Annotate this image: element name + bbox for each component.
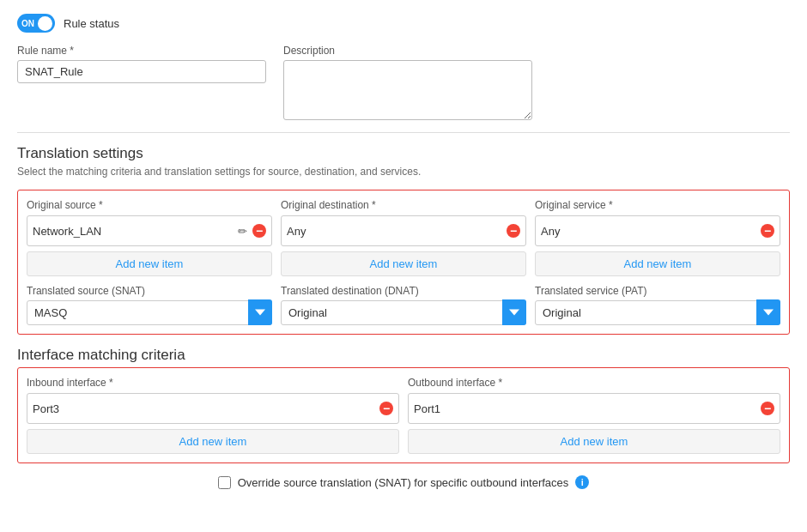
inbound-label: Inbound interface * — [27, 377, 399, 389]
divider-1 — [17, 132, 790, 133]
original-criteria-row: Original source * Network_LAN ✏ − Add ne… — [27, 199, 780, 276]
translated-destination-wrapper: Translated destination (DNAT) OriginalCu… — [281, 285, 526, 325]
original-service-add-btn[interactable]: Add new item — [535, 251, 780, 276]
original-service-remove-btn[interactable]: − — [761, 224, 774, 238]
original-source-remove-btn[interactable]: − — [252, 224, 266, 238]
rule-name-input[interactable] — [17, 60, 266, 83]
translated-destination-label: Translated destination (DNAT) — [281, 285, 526, 297]
original-service-tag: Any — [541, 225, 755, 238]
translated-service-label: Translated service (PAT) — [535, 285, 780, 297]
outbound-remove-btn[interactable]: − — [761, 402, 774, 415]
original-source-edit-icon[interactable]: ✏ — [238, 225, 247, 238]
translation-settings-title: Translation settings — [17, 145, 790, 162]
form-row: Rule name * Description — [17, 45, 790, 120]
interface-box: Inbound interface * Port3 − Add new item… — [17, 367, 790, 463]
original-destination-add-btn[interactable]: Add new item — [281, 251, 526, 276]
translated-source-select[interactable]: MASQOriginalCustom — [27, 300, 272, 325]
original-source-add-btn[interactable]: Add new item — [27, 251, 272, 276]
translated-destination-select-container: OriginalCustom — [281, 300, 526, 325]
inbound-tag: Port3 — [33, 402, 374, 415]
rule-status-label: Rule status — [64, 17, 119, 30]
outbound-tag-box: Port1 − — [408, 393, 780, 424]
original-destination-remove-btn[interactable]: − — [507, 224, 520, 238]
original-destination-label: Original destination * — [281, 199, 526, 211]
original-destination-col: Original destination * Any − Add new ite… — [281, 199, 526, 276]
rule-status-toggle[interactable]: ON — [17, 14, 55, 33]
original-destination-tag-box: Any − — [281, 215, 526, 246]
translation-settings-box: Original source * Network_LAN ✏ − Add ne… — [17, 190, 790, 335]
translation-settings-desc: Select the matching criteria and transla… — [17, 166, 790, 178]
original-source-tag-box: Network_LAN ✏ − — [27, 215, 272, 246]
interface-cols: Inbound interface * Port3 − Add new item… — [27, 377, 780, 454]
outbound-tag: Port1 — [414, 402, 755, 415]
description-label: Description — [283, 45, 532, 57]
original-service-tag-box: Any − — [535, 215, 780, 246]
translated-service-select[interactable]: OriginalCustom — [535, 300, 780, 325]
inbound-add-btn[interactable]: Add new item — [27, 429, 399, 454]
translated-source-label: Translated source (SNAT) — [27, 285, 272, 297]
translated-service-wrapper: Translated service (PAT) OriginalCustom — [535, 285, 780, 325]
translated-source-wrapper: Translated source (SNAT) MASQOriginalCus… — [27, 285, 272, 325]
original-destination-tag: Any — [287, 225, 501, 238]
override-label[interactable]: Override source translation (SNAT) for s… — [238, 476, 569, 489]
translated-destination-select[interactable]: OriginalCustom — [281, 300, 526, 325]
toggle-knob — [38, 16, 52, 31]
description-group: Description — [283, 45, 532, 120]
info-icon[interactable]: i — [575, 475, 589, 489]
original-service-label: Original service * — [535, 199, 780, 211]
translated-source-select-container: MASQOriginalCustom — [27, 300, 272, 325]
rule-name-group: Rule name * — [17, 45, 266, 120]
original-service-col: Original service * Any − Add new item — [535, 199, 780, 276]
inbound-remove-btn[interactable]: − — [379, 402, 393, 415]
translated-selects-row: Translated source (SNAT) MASQOriginalCus… — [27, 285, 780, 325]
translation-settings-section: Translation settings Select the matching… — [17, 145, 790, 335]
inbound-tag-box: Port3 − — [27, 393, 399, 424]
interface-section: Interface matching criteria Inbound inte… — [17, 347, 790, 489]
outbound-add-btn[interactable]: Add new item — [408, 429, 780, 454]
override-checkbox[interactable] — [218, 476, 231, 489]
interface-title: Interface matching criteria — [17, 347, 790, 364]
rule-status-row: ON Rule status — [17, 14, 790, 33]
inbound-col: Inbound interface * Port3 − Add new item — [27, 377, 399, 454]
outbound-label: Outbound interface * — [408, 377, 780, 389]
description-input[interactable] — [283, 60, 532, 120]
toggle-on-label: ON — [21, 19, 34, 28]
original-source-tag: Network_LAN — [33, 225, 233, 238]
original-source-col: Original source * Network_LAN ✏ − Add ne… — [27, 199, 272, 276]
override-row: Override source translation (SNAT) for s… — [17, 475, 790, 489]
rule-name-label: Rule name * — [17, 45, 266, 57]
translated-service-select-container: OriginalCustom — [535, 300, 780, 325]
outbound-col: Outbound interface * Port1 − Add new ite… — [408, 377, 780, 454]
original-source-label: Original source * — [27, 199, 272, 211]
